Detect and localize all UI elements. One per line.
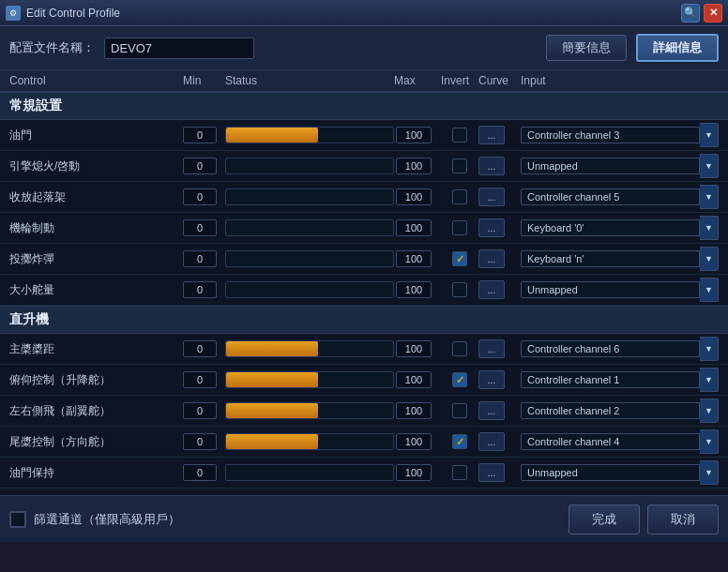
min-input[interactable] [183,340,217,357]
invert-checkbox[interactable] [452,128,467,143]
table-row: 左右側飛（副翼舵）...UnmappedController channel 1… [0,396,728,427]
cancel-button[interactable]: 取消 [647,504,719,534]
input-select[interactable]: UnmappedController channel 1Controller c… [521,464,700,481]
min-input[interactable] [183,188,217,205]
content-area[interactable]: 常規設置油門...UnmappedController channel 1Con… [0,92,728,495]
curve-dots-button[interactable]: ... [478,218,505,237]
max-input[interactable] [396,158,432,174]
progress-bar [225,127,394,143]
title-text: Edit Control Profile [26,7,120,20]
invert-checkbox[interactable] [452,465,467,480]
control-name: 左右側飛（副翼舵） [9,403,183,419]
invert-checkbox-cell [441,128,478,143]
invert-checkbox[interactable] [452,189,467,204]
curve-dots-button[interactable]: ... [478,401,505,420]
min-input[interactable] [183,433,217,450]
select-arrow-icon[interactable]: ▼ [700,216,719,240]
input-selector-wrapper: UnmappedController channel 1Controller c… [521,399,719,423]
invert-checkbox[interactable] [452,341,467,356]
control-name: 投擲炸彈 [9,251,183,267]
curve-dots-button[interactable]: ... [478,432,505,451]
invert-checkbox[interactable] [452,282,467,297]
input-select[interactable]: UnmappedController channel 1Controller c… [521,433,700,450]
select-arrow-icon[interactable]: ▼ [700,399,719,423]
invert-checkbox-cell [441,341,478,356]
control-name: 油門保持 [9,465,183,481]
summary-button[interactable]: 簡要信息 [546,35,627,61]
curve-dots-button[interactable]: ... [478,157,505,175]
max-input[interactable] [396,250,432,267]
curve-dots-button[interactable]: ... [478,463,505,482]
min-input[interactable] [183,281,217,298]
min-input[interactable] [183,219,217,236]
ok-button[interactable]: 完成 [569,504,640,534]
curve-dots-button[interactable]: ... [478,370,505,389]
max-input[interactable] [396,402,432,419]
curve-dots-button[interactable]: ... [478,249,505,268]
footer: 篩選通道（僅限高級用戶） 完成 取消 [0,495,728,542]
max-input[interactable] [396,433,432,450]
invert-checkbox[interactable] [452,434,467,449]
min-input[interactable] [183,464,217,481]
select-arrow-icon[interactable]: ▼ [700,247,719,271]
select-arrow-icon[interactable]: ▼ [700,337,719,361]
input-select[interactable]: UnmappedController channel 1Controller c… [521,281,700,298]
input-selector-wrapper: UnmappedController channel 1Controller c… [521,216,719,240]
control-name: 俯仰控制（升降舵） [9,372,183,388]
profile-label: 配置文件名稱： [9,39,95,56]
search-button[interactable]: 🔍 [681,4,700,23]
select-arrow-icon[interactable]: ▼ [700,123,719,147]
input-select[interactable]: UnmappedController channel 1Controller c… [521,340,700,357]
max-input[interactable] [396,340,432,357]
invert-checkbox[interactable] [452,220,467,235]
col-control: Control [9,74,183,87]
curve-dots-button[interactable]: ... [478,188,505,206]
invert-checkbox[interactable] [452,403,467,418]
control-name: 機輪制動 [9,220,183,236]
detail-button[interactable]: 詳細信息 [636,34,719,62]
min-input[interactable] [183,402,217,419]
input-select[interactable]: UnmappedController channel 1Controller c… [521,188,700,205]
select-arrow-icon[interactable]: ▼ [700,460,719,485]
max-input[interactable] [396,281,432,298]
max-input[interactable] [396,188,432,205]
control-name: 尾槳控制（方向舵） [9,434,183,450]
input-select[interactable]: UnmappedController channel 1Controller c… [521,402,700,419]
min-input[interactable] [183,127,217,143]
min-input[interactable] [183,371,217,388]
input-selector-wrapper: UnmappedController channel 1Controller c… [521,278,719,302]
max-input[interactable] [396,127,432,143]
input-select[interactable]: UnmappedController channel 1Controller c… [521,250,700,267]
invert-checkbox-cell [441,434,478,449]
input-selector-wrapper: UnmappedController channel 1Controller c… [521,247,719,271]
table-row: 投擲炸彈...UnmappedController channel 1Contr… [0,244,728,275]
close-button[interactable]: ✕ [704,4,722,23]
invert-checkbox[interactable] [452,251,467,266]
title-bar-left: ⚙ Edit Control Profile [6,6,120,21]
invert-checkbox[interactable] [452,158,467,173]
curve-dots-button[interactable]: ... [478,280,505,299]
progress-bar [225,188,394,205]
input-select[interactable]: UnmappedController channel 1Controller c… [521,371,700,388]
input-select[interactable]: UnmappedController channel 1Controller c… [521,158,700,174]
input-select[interactable]: UnmappedController channel 1Controller c… [521,127,700,143]
min-input[interactable] [183,250,217,267]
max-input[interactable] [396,464,432,481]
max-input[interactable] [396,219,432,236]
input-select[interactable]: UnmappedController channel 1Controller c… [521,219,700,236]
curve-dots-button[interactable]: ... [478,339,505,358]
profile-name-input[interactable] [104,38,254,59]
min-input[interactable] [183,158,217,174]
max-input[interactable] [396,371,432,388]
invert-checkbox-cell [441,403,478,418]
select-arrow-icon[interactable]: ▼ [700,154,719,178]
curve-dots-button[interactable]: ... [478,126,505,144]
col-min: Min [183,74,225,87]
select-arrow-icon[interactable]: ▼ [700,185,719,209]
app-icon: ⚙ [6,6,21,21]
select-arrow-icon[interactable]: ▼ [700,278,719,302]
select-arrow-icon[interactable]: ▼ [700,368,719,392]
invert-checkbox[interactable] [452,372,467,387]
filter-channel-checkbox[interactable] [9,511,26,528]
select-arrow-icon[interactable]: ▼ [700,429,719,454]
